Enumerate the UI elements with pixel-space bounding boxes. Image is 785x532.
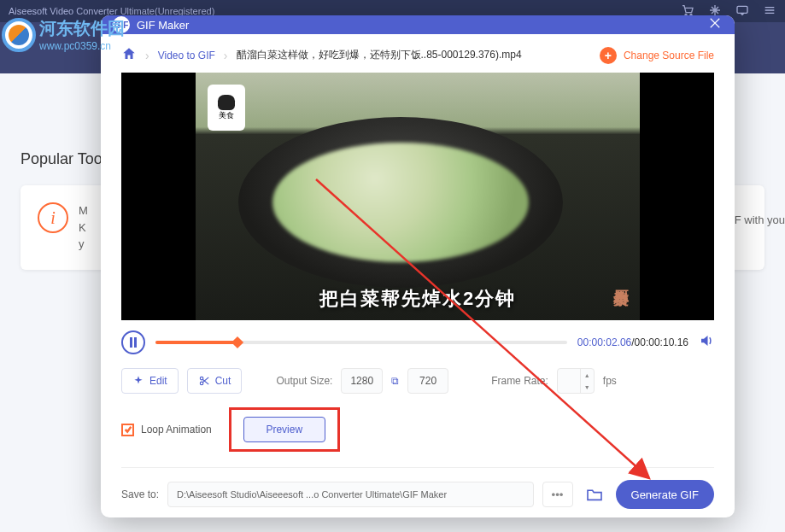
breadcrumb: › Video to GIF › 醋溜白菜这样做，好吃到爆，还特别下饭..85-…: [121, 46, 714, 64]
loop-label: Loop Animation: [141, 424, 212, 436]
generate-gif-button[interactable]: Generate GIF: [616, 480, 714, 509]
modal-header: GIF GIF Maker: [101, 15, 735, 34]
width-field[interactable]: 1280: [341, 368, 383, 394]
height-field[interactable]: 720: [407, 368, 448, 394]
frame-rate-label: Frame Rate:: [491, 375, 548, 387]
watermark-logo: [2, 18, 36, 52]
breadcrumb-video-to-gif[interactable]: Video to GIF: [158, 50, 215, 61]
svg-rect-4: [134, 337, 137, 348]
checkbox-checked-icon: [121, 424, 134, 436]
edit-button[interactable]: Edit: [121, 368, 179, 394]
chat-icon[interactable]: [735, 3, 749, 19]
video-caption: 把白菜帮先焯水2分钟: [319, 286, 516, 312]
svg-rect-3: [130, 337, 132, 348]
volume-icon[interactable]: [699, 333, 714, 352]
fps-stepper[interactable]: ▲▼: [557, 368, 595, 394]
card-text: M K y: [79, 202, 88, 253]
toolbar: Edit Cut Output Size: 1280 ⧉ 720 Frame R…: [121, 368, 714, 394]
breadcrumb-filename: 醋溜白菜这样做，好吃到爆，还特别下饭..85-000129.376).mp4: [237, 48, 522, 62]
fps-down[interactable]: ▼: [581, 381, 594, 393]
chef-badge: 美食: [208, 85, 245, 131]
svg-rect-2: [737, 6, 747, 13]
preview-button[interactable]: Preview: [243, 417, 325, 442]
watermark-url: www.pc0359.cn: [39, 40, 125, 52]
progress-slider[interactable]: [155, 341, 567, 344]
chevron-right-icon: ›: [224, 49, 228, 62]
divider: [121, 467, 714, 468]
gif-maker-modal: GIF GIF Maker › Video to GIF › 醋溜白菜这样做，好…: [101, 15, 735, 517]
preview-highlight: Preview: [229, 407, 340, 452]
output-size-label: Output Size:: [276, 375, 332, 387]
browse-button[interactable]: •••: [542, 482, 573, 507]
fps-up[interactable]: ▲: [581, 369, 594, 381]
progress-thumb[interactable]: [231, 336, 243, 348]
close-button[interactable]: [707, 15, 723, 34]
open-folder-button[interactable]: [582, 482, 607, 507]
pause-button[interactable]: [121, 330, 145, 354]
chevron-right-icon: ›: [145, 49, 149, 62]
loop-checkbox[interactable]: Loop Animation: [121, 424, 212, 436]
time-current: 00:00:02.06: [577, 336, 631, 348]
watermark-cn: 河东软件园: [39, 17, 125, 40]
save-path-field[interactable]: D:\Aiseesoft Studio\Aiseeesoft ...o Conv…: [167, 482, 533, 507]
change-source-button[interactable]: + Change Source File: [600, 47, 714, 64]
menu-icon[interactable]: [763, 3, 776, 19]
time-display: 00:00:02.06/00:00:10.16: [577, 336, 688, 348]
link-icon[interactable]: ⧉: [391, 375, 399, 387]
time-total: 00:00:10.16: [635, 336, 688, 348]
plus-icon: +: [600, 47, 617, 64]
cut-button[interactable]: Cut: [187, 368, 243, 394]
info-icon: i: [38, 202, 68, 233]
fps-unit: fps: [603, 375, 617, 387]
footer: Save to: D:\Aiseesoft Studio\Aiseeesoft …: [121, 480, 714, 509]
bg-right-text: F with you: [735, 213, 785, 226]
modal-title: GIF Maker: [137, 19, 189, 32]
watermark: 河东软件园 www.pc0359.cn: [2, 17, 125, 52]
options-row: Loop Animation Preview: [121, 407, 714, 452]
video-preview[interactable]: 美食 小厨美食 把白菜帮先焯水2分钟: [121, 73, 714, 320]
playback-controls: 00:00:02.06/00:00:10.16: [121, 330, 714, 354]
save-to-label: Save to:: [121, 488, 159, 500]
change-source-label: Change Source File: [624, 50, 714, 61]
